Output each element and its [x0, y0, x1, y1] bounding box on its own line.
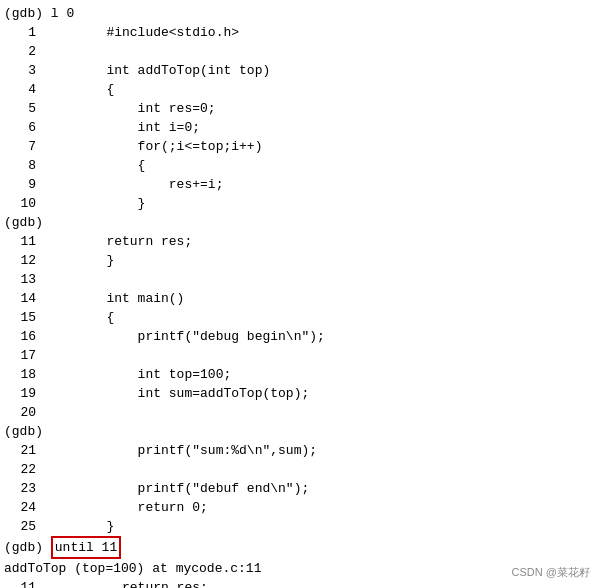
line-num-11: 11 — [4, 232, 36, 251]
code-line-5: 5 int res=0; — [0, 99, 598, 118]
line-num-19: 19 — [4, 384, 36, 403]
gdb-prompt-2: (gdb) — [4, 213, 43, 232]
code-text-11: return res; — [44, 232, 192, 251]
line-num-14: 14 — [4, 289, 36, 308]
code-line-1: 1 #include<stdio.h> — [0, 23, 598, 42]
line-num-5: 5 — [4, 99, 36, 118]
code-line-6: 6 int i=0; — [0, 118, 598, 137]
code-text-7: for(;i<=top;i++) — [44, 137, 262, 156]
code-text-23: printf("debuf end\n"); — [44, 479, 309, 498]
code-line-3: 3 int addToTop(int top) — [0, 61, 598, 80]
code-text-1: #include<stdio.h> — [44, 23, 239, 42]
code-line-19: 19 int sum=addToTop(top); — [0, 384, 598, 403]
line-num-23: 23 — [4, 479, 36, 498]
gdb-prompt-4: (gdb) — [4, 538, 51, 557]
code-text-6: int i=0; — [44, 118, 200, 137]
code-text-9: res+=i; — [44, 175, 223, 194]
gdb-prompt-line-2: (gdb) — [0, 213, 598, 232]
code-line-25: 25 } — [0, 517, 598, 536]
result-line-2: 11 return res; — [0, 578, 598, 588]
code-line-23: 23 printf("debuf end\n"); — [0, 479, 598, 498]
result-text-1: addToTop (top=100) at mycode.c:11 — [4, 559, 261, 578]
code-text-15: { — [44, 308, 114, 327]
gdb-prompt-1: (gdb) l 0 — [4, 4, 74, 23]
line-num-21: 21 — [4, 441, 36, 460]
gdb-prompt-3: (gdb) — [4, 422, 43, 441]
code-text-4: { — [44, 80, 114, 99]
code-line-22: 22 — [0, 460, 598, 479]
line-num-8: 8 — [4, 156, 36, 175]
line-num-24: 24 — [4, 498, 36, 517]
code-text-5: int res=0; — [44, 99, 216, 118]
code-line-11: 11 return res; — [0, 232, 598, 251]
code-text-21: printf("sum:%d\n",sum); — [44, 441, 317, 460]
code-text-14: int main() — [44, 289, 184, 308]
result-line-1: addToTop (top=100) at mycode.c:11 — [0, 559, 598, 578]
code-text-12: } — [44, 251, 114, 270]
code-line-12: 12 } — [0, 251, 598, 270]
code-text-24: return 0; — [44, 498, 208, 517]
line-num-2: 2 — [4, 42, 36, 61]
code-text-25: } — [44, 517, 114, 536]
code-text-18: int top=100; — [44, 365, 231, 384]
line-num-4: 4 — [4, 80, 36, 99]
code-line-15: 15 { — [0, 308, 598, 327]
code-line-13: 13 — [0, 270, 598, 289]
line-num-17: 17 — [4, 346, 36, 365]
code-text-3: int addToTop(int top) — [44, 61, 270, 80]
line-num-6: 6 — [4, 118, 36, 137]
code-line-9: 9 res+=i; — [0, 175, 598, 194]
code-line-8: 8 { — [0, 156, 598, 175]
gdb-until-line: (gdb) until 11 — [0, 536, 598, 559]
code-line-20: 20 — [0, 403, 598, 422]
line-num-1: 1 — [4, 23, 36, 42]
line-num-25: 25 — [4, 517, 36, 536]
line-num-22: 22 — [4, 460, 36, 479]
terminal-window: (gdb) l 0 1 #include<stdio.h> 2 3 int ad… — [0, 0, 598, 588]
line-num-12: 12 — [4, 251, 36, 270]
line-num-20: 20 — [4, 403, 36, 422]
code-line-18: 18 int top=100; — [0, 365, 598, 384]
code-text-19: int sum=addToTop(top); — [44, 384, 309, 403]
line-num-10: 10 — [4, 194, 36, 213]
code-line-10: 10 } — [0, 194, 598, 213]
code-text-10: } — [44, 194, 145, 213]
code-text-8: { — [44, 156, 145, 175]
code-line-7: 7 for(;i<=top;i++) — [0, 137, 598, 156]
line-num-3: 3 — [4, 61, 36, 80]
line-num-13: 13 — [4, 270, 36, 289]
line-num-9: 9 — [4, 175, 36, 194]
line-num-18: 18 — [4, 365, 36, 384]
gdb-prompt-line-3: (gdb) — [0, 422, 598, 441]
code-line-4: 4 { — [0, 80, 598, 99]
code-line-21: 21 printf("sum:%d\n",sum); — [0, 441, 598, 460]
watermark: CSDN @菜花籽 — [512, 565, 590, 580]
code-line-17: 17 — [0, 346, 598, 365]
line-num-result: 11 — [4, 578, 36, 588]
code-line-24: 24 return 0; — [0, 498, 598, 517]
code-line-2: 2 — [0, 42, 598, 61]
line-num-7: 7 — [4, 137, 36, 156]
gdb-command-line: (gdb) l 0 — [0, 4, 598, 23]
code-text-16: printf("debug begin\n"); — [44, 327, 325, 346]
code-line-16: 16 printf("debug begin\n"); — [0, 327, 598, 346]
until-command-highlight: until 11 — [51, 536, 121, 559]
result-text-2: return res; — [44, 578, 208, 588]
line-num-15: 15 — [4, 308, 36, 327]
line-num-16: 16 — [4, 327, 36, 346]
code-line-14: 14 int main() — [0, 289, 598, 308]
